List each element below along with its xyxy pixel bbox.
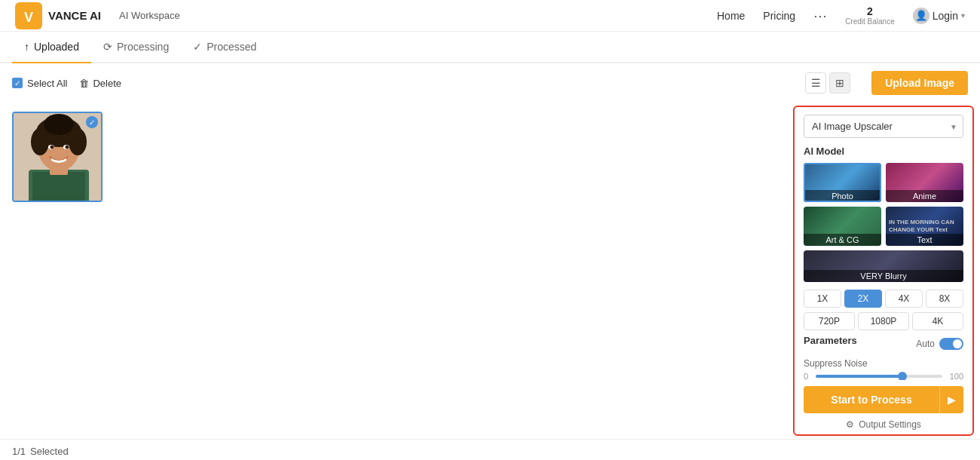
model-text-label: Text — [886, 234, 963, 246]
tab-processing[interactable]: ⟳ Processing — [91, 32, 181, 63]
suppress-noise-slider-row: 0 100 — [804, 372, 963, 380]
model-artcg[interactable]: Art & CG — [804, 207, 881, 246]
status-bar: 1/1 Selected — [0, 439, 980, 460]
login-label: Login — [933, 10, 958, 22]
svg-point-14 — [51, 146, 54, 149]
tool-dropdown[interactable]: AI Image Upscaler AI Image Denoiser AI I… — [804, 115, 963, 138]
scale-4x-button[interactable]: 4X — [885, 290, 923, 308]
noise-max-value: 100 — [945, 372, 963, 380]
user-avatar-icon: 👤 — [913, 8, 929, 24]
image-item[interactable]: ✓ — [12, 112, 103, 202]
start-process-button[interactable]: Start to Process — [804, 386, 939, 413]
delete-label: Delete — [93, 78, 121, 89]
noise-min-value: 0 — [804, 372, 813, 380]
header-nav: Home Pricing ⋯ 2 Credit Balance 👤 Login … — [717, 5, 965, 26]
logo[interactable]: V VANCE AI — [15, 2, 101, 29]
auto-label: Auto — [916, 339, 935, 349]
tab-uploaded[interactable]: ↑ Uploaded — [12, 32, 91, 63]
processing-tab-icon: ⟳ — [103, 41, 112, 53]
output-settings-label: Output Settings — [859, 419, 921, 430]
svg-rect-5 — [32, 172, 85, 202]
image-count: 1/1 — [12, 446, 26, 457]
ai-model-section-title: AI Model — [804, 146, 963, 157]
suppress-noise-param: Suppress Noise 0 100 — [804, 358, 963, 380]
login-chevron-icon: ▾ — [961, 11, 965, 20]
svg-text:V: V — [24, 10, 33, 25]
res-1080p-button[interactable]: 1080P — [858, 312, 909, 330]
svg-point-10 — [69, 128, 87, 155]
toolbar: Select All 🗑 Delete ☰ ⊞ Upload Image — [0, 63, 980, 103]
tab-processing-label: Processing — [117, 41, 169, 53]
credit-balance: 2 Credit Balance — [845, 5, 895, 26]
upload-image-button[interactable]: Upload Image — [871, 71, 968, 95]
select-all-checkbox[interactable] — [12, 78, 23, 88]
trash-icon: 🗑 — [79, 78, 89, 89]
login-button[interactable]: 👤 Login ▾ — [913, 8, 965, 24]
process-arrow-button[interactable]: ▶ — [939, 386, 963, 413]
parameters-title: Parameters — [804, 335, 857, 346]
process-section: Start to Process ▶ — [795, 380, 972, 419]
more-options-icon[interactable]: ⋯ — [813, 8, 827, 24]
svg-point-15 — [66, 146, 69, 149]
scale-options-row: 1X 2X 4X 8X — [804, 290, 963, 308]
res-720p-button[interactable]: 720P — [804, 312, 855, 330]
tool-dropdown-wrapper[interactable]: AI Image Upscaler AI Image Denoiser AI I… — [804, 115, 963, 138]
gear-icon: ⚙ — [846, 419, 854, 430]
select-all-label: Select All — [27, 78, 67, 89]
nav-pricing[interactable]: Pricing — [763, 10, 795, 22]
model-anime-label: Anime — [886, 190, 963, 202]
tab-processed[interactable]: ✓ Processed — [181, 32, 268, 63]
tabs-bar: ↑ Uploaded ⟳ Processing ✓ Processed — [0, 32, 980, 63]
tab-uploaded-label: Uploaded — [34, 41, 79, 53]
model-artcg-label: Art & CG — [804, 234, 881, 246]
image-grid: ✓ — [12, 112, 781, 202]
parameters-header: Parameters Auto — [804, 335, 963, 352]
resolution-options-row: 720P 1080P 4K — [804, 312, 963, 330]
model-blurry-label: VERY Blurry — [804, 270, 963, 282]
vance-logo-icon: V — [15, 2, 42, 29]
credit-label: Credit Balance — [845, 17, 895, 26]
scale-8x-button[interactable]: 8X — [926, 290, 963, 308]
grid-view-button[interactable]: ⊞ — [829, 72, 850, 94]
header: V VANCE AI AI Workspace Home Pricing ⋯ 2… — [0, 0, 980, 32]
list-view-button[interactable]: ☰ — [805, 72, 826, 94]
scale-2x-button[interactable]: 2X — [844, 290, 882, 308]
panel-inner: AI Image Upscaler AI Image Denoiser AI I… — [795, 107, 972, 380]
right-panel: AI Image Upscaler AI Image Denoiser AI I… — [793, 106, 974, 436]
model-photo[interactable]: Photo — [804, 163, 881, 202]
suppress-noise-label: Suppress Noise — [804, 358, 963, 369]
model-text[interactable]: IN THE MORNING CAN CHANGE YOUR Text Text — [886, 207, 963, 246]
model-anime[interactable]: Anime — [886, 163, 963, 202]
auto-toggle[interactable]: Auto — [916, 338, 963, 350]
selected-label: Selected — [30, 446, 69, 457]
model-photo-label: Photo — [804, 190, 881, 202]
res-4k-button[interactable]: 4K — [912, 312, 963, 330]
nav-home[interactable]: Home — [717, 10, 745, 22]
image-selected-indicator: ✓ — [86, 116, 98, 128]
suppress-noise-slider[interactable] — [816, 375, 942, 378]
logo-text: VANCE AI — [48, 9, 101, 22]
delete-button[interactable]: 🗑 Delete — [79, 78, 121, 89]
output-settings-link[interactable]: ⚙ Output Settings — [795, 419, 972, 434]
svg-point-9 — [31, 128, 49, 155]
upload-tab-icon: ↑ — [24, 41, 29, 53]
scale-1x-button[interactable]: 1X — [804, 290, 841, 308]
credit-count: 2 — [867, 5, 873, 17]
image-area: ✓ — [0, 103, 793, 439]
select-all-button[interactable]: Select All — [12, 78, 67, 89]
workspace-label: AI Workspace — [119, 10, 180, 21]
auto-toggle-switch[interactable] — [939, 338, 963, 350]
main-content: ✓ AI Image Upscaler AI Image Denoiser AI… — [0, 103, 980, 439]
model-blurry[interactable]: VERY Blurry — [804, 250, 963, 282]
tab-processed-label: Processed — [207, 41, 256, 53]
processed-tab-icon: ✓ — [193, 41, 202, 53]
view-toggle: ☰ ⊞ — [805, 72, 850, 94]
model-grid: Photo Anime Art & CG IN THE MORNING CAN … — [804, 163, 963, 282]
svg-point-11 — [44, 114, 74, 135]
